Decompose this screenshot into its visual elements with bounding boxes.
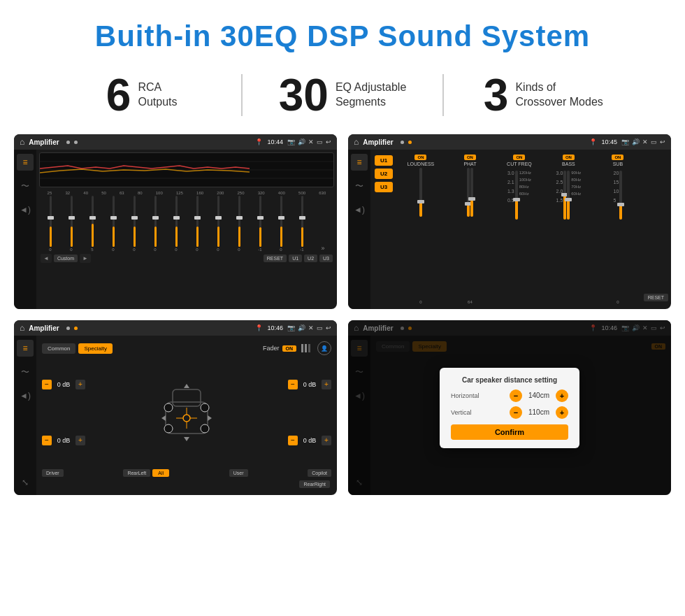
eq-thumb-11[interactable] — [257, 216, 264, 220]
fader-sidebar-eq-icon[interactable]: ≡ — [17, 340, 34, 357]
eq-track-1[interactable] — [50, 196, 52, 247]
eq-track-8[interactable] — [196, 196, 199, 247]
ch-phat-slider1[interactable] — [467, 168, 470, 217]
eq-u2-btn[interactable]: U2 — [304, 255, 317, 262]
home-icon-2[interactable]: ⌂ — [354, 137, 359, 147]
fader-plus-2[interactable]: + — [75, 436, 85, 445]
ch-sub-slider[interactable] — [619, 171, 622, 220]
eq-topbar-time: 10:44 — [267, 138, 283, 145]
ch-bass-slider2[interactable] — [567, 171, 570, 220]
dialog-vertical-plus[interactable]: + — [556, 406, 568, 419]
close-icon-2[interactable]: ✕ — [642, 138, 648, 145]
eq-thumb-8[interactable] — [194, 216, 201, 220]
u2-btn[interactable]: U2 — [375, 169, 393, 179]
eq-track-4[interactable] — [113, 196, 115, 247]
fader-minus-4[interactable]: − — [288, 436, 298, 445]
fader-plus-1[interactable]: + — [75, 380, 85, 389]
dialog-box: Car speaker distance setting Horizontal … — [440, 368, 579, 448]
ch-cutfreq-slider[interactable] — [515, 171, 518, 220]
eq-thumb-7[interactable] — [173, 216, 180, 220]
fader-sidebar-speaker-icon[interactable]: ◄) — [17, 387, 34, 404]
freq-25: 25 — [48, 191, 52, 195]
eq-thumb-5[interactable] — [131, 216, 138, 220]
speaker-icon-2: ◄) — [354, 205, 365, 215]
home-icon[interactable]: ⌂ — [20, 137, 24, 147]
eq-track-10[interactable] — [238, 196, 240, 247]
dialog-horizontal-plus[interactable]: + — [556, 389, 568, 402]
close-icon[interactable]: ✕ — [308, 138, 314, 145]
eq-thumb-6[interactable] — [152, 216, 159, 220]
page-title: Buith-in 30EQ DSP Sound System — [0, 0, 685, 66]
eq-u1-btn[interactable]: U1 — [289, 255, 302, 262]
eq-track-13[interactable] — [301, 196, 303, 247]
back-icon-2[interactable]: ↩ — [660, 138, 665, 145]
eq-thumb-13[interactable] — [299, 216, 305, 220]
fader-minus-1[interactable]: − — [42, 380, 52, 389]
fader-specialty-tab[interactable]: Specialty — [78, 343, 112, 354]
crossover-sidebar-speaker-icon[interactable]: ◄) — [351, 201, 368, 218]
eq-track-5[interactable] — [134, 196, 136, 247]
crossover-main: U1 U2 U3 ON LOUDNESS — [370, 150, 671, 309]
dialog-horizontal-stepper: − 140cm + — [510, 389, 568, 402]
stat-rca-number: 6 — [106, 73, 131, 117]
close-icon-3[interactable]: ✕ — [308, 324, 314, 331]
fader-common-tab[interactable]: Common — [42, 343, 75, 354]
all-btn[interactable]: All — [152, 469, 169, 477]
eq-next-btn[interactable]: ► — [80, 254, 91, 263]
crossover-sidebar-eq-icon[interactable]: ≡ — [351, 154, 368, 171]
eq-track-2[interactable] — [71, 196, 73, 247]
ch-bass-slider1[interactable] — [563, 171, 566, 220]
eq-track-6[interactable] — [154, 196, 157, 247]
fader-db-val-4: 0 dB — [300, 437, 319, 444]
confirm-button[interactable]: Confirm — [451, 424, 568, 440]
eq-track-9[interactable] — [217, 196, 219, 247]
eq-thumb-4[interactable] — [110, 216, 117, 220]
eq-prev-btn[interactable]: ◄ — [41, 254, 52, 263]
ch-phat-slider2[interactable] — [470, 168, 473, 217]
eq-track-3[interactable] — [92, 196, 94, 247]
fader-control-icon[interactable]: 👤 — [317, 341, 331, 355]
dialog-horizontal-minus[interactable]: − — [510, 389, 522, 402]
crossover-sidebar-wave-icon[interactable]: 〜 — [351, 178, 368, 194]
eq-thumb-1[interactable] — [48, 216, 54, 220]
eq-sliders-row: 0 0 5 0 0 0 0 0 0 0 -1 0 -1 » — [39, 196, 334, 252]
fader-plus-4[interactable]: + — [322, 436, 331, 445]
back-icon[interactable]: ↩ — [326, 138, 331, 145]
user-btn[interactable]: User — [229, 469, 248, 477]
eq-slider-9: 0 — [208, 196, 228, 252]
eq-thumb-9[interactable] — [215, 216, 222, 220]
fader-sidebar-wave-icon[interactable]: 〜 — [17, 364, 34, 380]
eq-track-11[interactable] — [259, 196, 261, 247]
eq-thumb-12[interactable] — [278, 216, 284, 220]
back-icon-3[interactable]: ↩ — [326, 324, 331, 331]
copilot-btn[interactable]: Copilot — [308, 469, 331, 477]
rearleft-btn[interactable]: RearLeft — [123, 469, 150, 477]
fader-plus-3[interactable]: + — [322, 380, 331, 389]
fader-minus-3[interactable]: − — [288, 380, 298, 389]
eq-thumb-10[interactable] — [236, 216, 243, 220]
u1-btn[interactable]: U1 — [375, 155, 393, 166]
eq-sidebar-speaker-icon[interactable]: ◄) — [17, 201, 34, 218]
eq-track-7[interactable] — [175, 196, 178, 247]
ch-loudness-slider[interactable] — [419, 168, 422, 217]
stat-crossover-label: Kinds ofCrossover Modes — [515, 80, 603, 110]
dialog-vertical-minus[interactable]: − — [510, 406, 522, 419]
crossover-reset-btn[interactable]: RESET — [644, 294, 668, 301]
eq-sidebar-wave-icon[interactable]: 〜 — [17, 178, 34, 194]
eq-track-12[interactable] — [280, 196, 282, 247]
driver-btn[interactable]: Driver — [42, 469, 64, 477]
fader-sidebar-expand-icon[interactable]: ⤡ — [17, 474, 34, 491]
rearright-btn[interactable]: RearRight — [299, 480, 330, 488]
home-icon-3[interactable]: ⌂ — [20, 323, 24, 333]
fader-main-area: − 0 dB + − 0 dB + — [42, 357, 331, 467]
eq-sidebar-eq-icon[interactable]: ≡ — [17, 154, 34, 171]
dialog-vertical-stepper: − 110cm + — [510, 406, 568, 419]
fader-minus-2[interactable]: − — [42, 436, 52, 445]
fader-db-val-3: 0 dB — [300, 381, 319, 388]
u3-btn[interactable]: U3 — [375, 182, 393, 192]
eq-reset-btn[interactable]: RESET — [264, 255, 287, 262]
eq-slider-12: 0 — [271, 196, 291, 252]
eq-thumb-3[interactable] — [89, 216, 96, 220]
eq-u3-btn[interactable]: U3 — [319, 255, 333, 262]
eq-thumb-2[interactable] — [68, 216, 75, 220]
